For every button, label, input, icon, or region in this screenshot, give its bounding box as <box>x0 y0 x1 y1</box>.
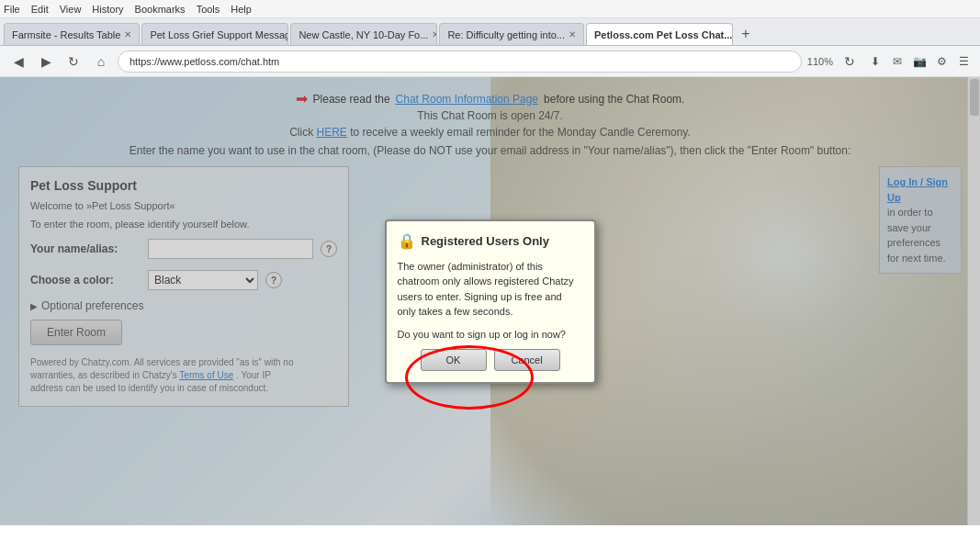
refresh-button[interactable]: ↻ <box>62 51 84 73</box>
forward-button[interactable]: ▶ <box>35 51 57 73</box>
mail-icon[interactable]: ✉ <box>888 52 907 71</box>
back-button[interactable]: ◀ <box>7 51 29 73</box>
tab-bar: Farmsite - Results Table ✕ Pet Loss Grie… <box>0 18 980 46</box>
tab-difficulty[interactable]: Re: Difficulty getting into... ✕ <box>439 23 584 45</box>
menu-bookmarks[interactable]: Bookmarks <box>135 4 186 15</box>
menu-help[interactable]: Help <box>231 4 252 15</box>
camera-icon[interactable]: 📷 <box>910 52 929 71</box>
menu-tools[interactable]: Tools <box>197 4 220 15</box>
nav-icons: ⬇ ✉ 📷 ⚙ ☰ <box>866 52 973 71</box>
modal-buttons: OK Cancel <box>398 349 583 371</box>
page-content: ➡ Please read the Chat Room Information … <box>0 77 980 525</box>
lock-icon: 🔒 <box>398 232 416 250</box>
tab-close-newcastle[interactable]: ✕ <box>432 29 437 39</box>
home-button[interactable]: ⌂ <box>90 51 112 73</box>
modal-cancel-button[interactable]: Cancel <box>494 349 560 371</box>
tab-newcastle[interactable]: New Castle, NY 10-Day Fo... ✕ <box>290 23 437 45</box>
modal-dialog: 🔒 Registered Users Only The owner (admin… <box>385 219 596 384</box>
menu-view[interactable]: View <box>60 4 82 15</box>
modal-body-text: The owner (administrator) of this chatro… <box>398 259 583 320</box>
settings-icon[interactable]: ⚙ <box>932 52 951 71</box>
more-icon[interactable]: ☰ <box>954 52 973 71</box>
modal-ok-button[interactable]: OK <box>421 349 487 371</box>
reload-btn[interactable]: ↻ <box>839 51 861 73</box>
modal-question-text: Do you want to sign up or log in now? <box>398 329 583 340</box>
menu-file[interactable]: File <box>4 4 20 15</box>
zoom-level: 110% <box>807 56 833 67</box>
modal-title-bar: 🔒 Registered Users Only <box>398 232 583 250</box>
menu-history[interactable]: History <box>92 4 123 15</box>
tab-close-farmsite[interactable]: ✕ <box>124 29 131 39</box>
tab-petloss-grief[interactable]: Pet Loss Grief Support Messag... ✕ <box>141 23 288 45</box>
address-bar[interactable] <box>118 51 802 73</box>
tab-petloss-chat[interactable]: Petloss.com Pet Loss Chat... ✕ <box>586 23 733 45</box>
modal-title: Registered Users Only <box>422 234 549 248</box>
menu-bar: File Edit View History Bookmarks Tools H… <box>0 0 980 18</box>
new-tab-button[interactable]: + <box>735 23 757 45</box>
menu-edit[interactable]: Edit <box>31 4 49 15</box>
download-icon[interactable]: ⬇ <box>866 52 884 71</box>
tab-farmsite[interactable]: Farmsite - Results Table ✕ <box>4 23 140 45</box>
modal-overlay: 🔒 Registered Users Only The owner (admin… <box>0 77 980 525</box>
tab-close-difficulty[interactable]: ✕ <box>569 29 576 39</box>
navbar: ◀ ▶ ↻ ⌂ 110% ↻ ⬇ ✉ 📷 ⚙ ☰ <box>0 46 980 77</box>
